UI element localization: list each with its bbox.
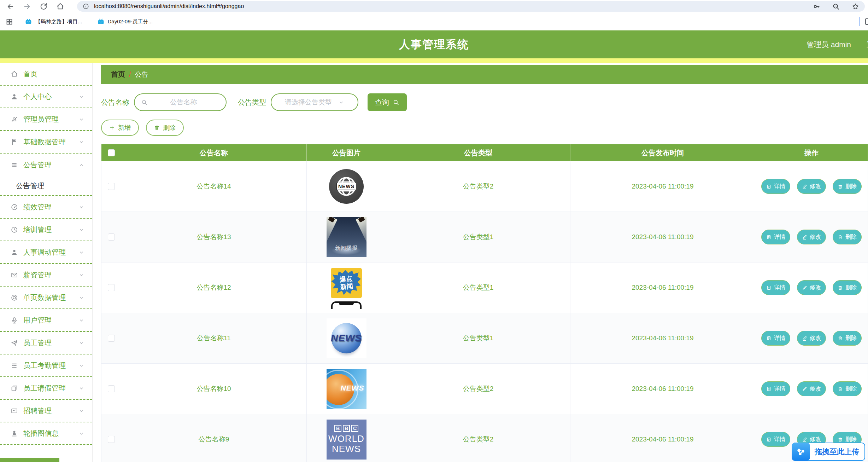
sidebar-item-training[interactable]: 培训管理 (0, 219, 92, 241)
announcement-name: 公告名称9 (199, 435, 229, 444)
select-all-cell (101, 144, 121, 161)
page-title: 人事管理系统 (399, 37, 469, 52)
add-button[interactable]: 新增 (101, 120, 139, 136)
sidebar-item-salary[interactable]: 薪资管理 (0, 264, 92, 287)
type-select-placeholder: 请选择公告类型 (285, 98, 332, 107)
browser-toolbar: localhost:8080/renshiguanli/admin/dist/i… (0, 0, 868, 13)
ring-icon (11, 294, 18, 301)
announcement-type: 公告类型2 (463, 182, 494, 191)
row-checkbox[interactable] (108, 436, 115, 443)
user-icon (11, 93, 18, 100)
trash-icon (838, 285, 843, 290)
content-area: 首页 / 公告 公告名称 公告类型 请选择公告类型 查询 (93, 63, 868, 462)
detail-button[interactable]: 详情 (761, 432, 790, 447)
filter-bar: 公告名称 公告类型 请选择公告类型 查询 (101, 93, 868, 111)
sidebar-item-base-data[interactable]: 基础数据管理 (0, 131, 92, 154)
sidebar-item-attendance[interactable]: 员工考勤管理 (0, 354, 92, 377)
back-icon[interactable] (6, 2, 14, 11)
table-toolbar: 新增 删除 (101, 120, 868, 136)
address-bar[interactable]: localhost:8080/renshiguanli/admin/dist/i… (77, 1, 865, 12)
copy-icon (11, 385, 18, 392)
edit-button[interactable]: 修改 (797, 381, 826, 396)
sidebar-item-admin-management[interactable]: 管理员管理 (0, 108, 92, 131)
document-icon (766, 285, 772, 290)
delete-button[interactable]: 删除 (833, 230, 862, 244)
row-checkbox[interactable] (108, 183, 115, 190)
edit-button[interactable]: 修改 (797, 230, 826, 244)
detail-button[interactable]: 详情 (761, 280, 790, 295)
site-info-icon[interactable] (83, 3, 89, 10)
breadcrumb-separator: / (129, 70, 131, 79)
edit-button[interactable]: 修改 (797, 331, 826, 346)
type-select[interactable]: 请选择公告类型 (271, 93, 358, 111)
detail-button[interactable]: 详情 (761, 331, 790, 346)
sidebar-item-announcement[interactable]: 公告管理 (0, 154, 92, 176)
sidebar-item-employees[interactable]: 员工管理 (0, 332, 92, 354)
sidebar-item-home[interactable]: 首页 (0, 63, 92, 86)
name-filter-label: 公告名称 (101, 98, 129, 107)
reload-icon[interactable] (40, 2, 48, 11)
sidebar-subitem-announcement[interactable]: 公告管理 (0, 176, 92, 196)
drag-upload-widget[interactable]: 拖拽至此上传 (792, 443, 865, 461)
row-checkbox[interactable] (108, 385, 115, 392)
trash-icon (838, 184, 843, 189)
document-icon (766, 437, 772, 442)
sidebar-item-leave[interactable]: 员工请假管理 (0, 377, 92, 400)
select-all-checkbox[interactable] (108, 149, 115, 156)
side-panel-icon[interactable] (864, 17, 868, 26)
announcement-name: 公告名称11 (197, 334, 231, 343)
sidebar: 首页 个人中心 管理员管理 基础数据管理 公告管理 (0, 63, 93, 462)
bulk-delete-button[interactable]: 删除 (146, 120, 184, 136)
row-checkbox[interactable] (108, 335, 115, 342)
trash-icon (838, 336, 843, 341)
edit-button[interactable]: 修改 (797, 179, 826, 194)
delete-button[interactable]: 删除 (833, 331, 862, 346)
sidebar-item-performance[interactable]: 绩效管理 (0, 196, 92, 219)
tv-icon (97, 18, 105, 25)
detail-button[interactable]: 详情 (761, 179, 790, 194)
sidebar-item-recruitment[interactable]: 招聘管理 (0, 400, 92, 422)
plus-icon (109, 125, 115, 131)
list-icon (11, 161, 18, 169)
sidebar-item-personal-center[interactable]: 个人中心 (0, 86, 92, 108)
browser-home-icon[interactable] (56, 2, 64, 11)
name-search-input[interactable] (148, 98, 219, 106)
sidebar-item-users[interactable]: 用户管理 (0, 309, 92, 332)
sidebar-item-personnel-transfer[interactable]: 人事调动管理 (0, 241, 92, 264)
column-header-name: 公告名称 (121, 144, 307, 161)
delete-button[interactable]: 删除 (833, 381, 862, 396)
sidebar-item-carousel[interactable]: 轮播图信息 (0, 422, 92, 445)
detail-button[interactable]: 详情 (761, 230, 790, 244)
chevron-down-icon (78, 340, 84, 346)
delete-button[interactable]: 删除 (833, 280, 862, 295)
column-header-actions: 操作 (755, 144, 868, 161)
bookmark-item[interactable]: Day02-09-员工分... (97, 18, 153, 25)
chevron-down-icon (78, 204, 84, 210)
row-checkbox[interactable] (108, 233, 115, 241)
zoom-out-icon[interactable] (832, 3, 840, 10)
chevron-down-icon (78, 295, 84, 301)
breadcrumb-home[interactable]: 首页 (111, 70, 125, 79)
logout-link[interactable]: 退出 (867, 40, 868, 50)
bookmark-star-icon[interactable] (852, 3, 859, 10)
sidebar-bottom-strip (0, 458, 59, 462)
detail-button[interactable]: 详情 (761, 381, 790, 396)
url-text[interactable]: localhost:8080/renshiguanli/admin/dist/i… (94, 3, 244, 10)
forward-icon[interactable] (23, 2, 31, 11)
scroll-indicator (859, 17, 860, 26)
query-button[interactable]: 查询 (368, 93, 407, 111)
upload-label: 拖拽至此上传 (815, 447, 859, 457)
edit-button[interactable]: 修改 (797, 280, 826, 295)
bookmark-item[interactable]: 【码神之路】项目... (25, 18, 82, 25)
netdisk-icon (792, 443, 810, 461)
apps-grid-icon[interactable] (6, 18, 13, 25)
trash-icon (838, 386, 843, 392)
password-key-icon[interactable] (813, 3, 820, 10)
mail-icon (11, 271, 18, 279)
delete-button[interactable]: 删除 (833, 179, 862, 194)
announcement-time: 2023-04-06 11:00:19 (632, 284, 693, 291)
row-checkbox[interactable] (108, 284, 115, 291)
sidebar-item-single-page-data[interactable]: 单页数据管理 (0, 287, 92, 309)
trash-icon (838, 437, 843, 442)
chevron-down-icon (78, 249, 84, 255)
